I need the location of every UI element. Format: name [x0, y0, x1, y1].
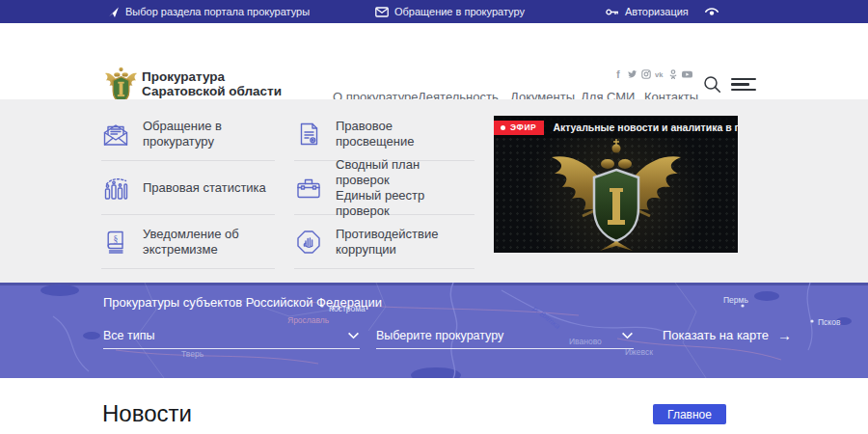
live-badge: ЭФИР	[494, 121, 544, 135]
appeal-link[interactable]: Обращение в прокуратуру	[375, 0, 525, 23]
menu-burger-icon[interactable]	[731, 78, 756, 93]
vk-icon[interactable]: vk	[655, 66, 665, 75]
quicklink-legal-education[interactable]: Правовое просвещение	[294, 107, 475, 161]
search-icon[interactable]	[703, 75, 721, 94]
map-city-label: Тверь	[181, 349, 204, 359]
quicklinks-section: Обращение в прокуратуру Правовая статист…	[0, 99, 868, 283]
live-stream-player[interactable]: ЭФИР Актуальные новости и аналитика в пр…	[494, 116, 738, 253]
quicklink-label: Правовая статистика	[143, 180, 266, 196]
svg-text:§: §	[114, 233, 119, 243]
site-title-line1: Прокуратура	[142, 69, 282, 84]
quicklink-legal-statistics[interactable]: Правовая статистика	[101, 161, 275, 215]
key-icon	[606, 6, 619, 18]
show-on-map-link[interactable]: Показать на карте →	[663, 327, 792, 343]
authorization-link[interactable]: Авторизация	[606, 0, 689, 23]
quicklink-label: Обращение в прокуратуру	[143, 119, 275, 149]
quicklinks-column-2: Правовое просвещение Сводный план провер…	[294, 107, 475, 269]
stop-hand-icon	[294, 228, 323, 257]
chevron-down-icon	[621, 332, 634, 339]
chevron-down-icon	[347, 332, 360, 339]
quicklink-label: Уведомление об экстремизме	[143, 227, 239, 258]
site-title: Прокуратура Саратовской области	[142, 69, 282, 98]
live-badge-label: ЭФИР	[510, 122, 536, 132]
instagram-icon[interactable]	[641, 66, 651, 75]
type-filter-select[interactable]: Все типы	[103, 325, 360, 349]
map-city-label: Псков	[818, 317, 841, 327]
envelope-icon	[375, 6, 389, 18]
quicklink-extremism-notice[interactable]: § Уведомление об экстремизме	[101, 215, 275, 269]
quicklink-anticorruption[interactable]: Противодействие коррупции	[294, 215, 475, 269]
twitter-icon[interactable]	[628, 66, 637, 75]
statistics-chart-icon	[101, 174, 130, 203]
live-dot-icon	[501, 125, 505, 130]
map-section-title: Прокуратуры субъектов Российской Федерац…	[103, 295, 382, 310]
quicklink-appeal[interactable]: Обращение в прокуратуру	[101, 107, 275, 161]
appeal-link-label: Обращение в прокуратуру	[394, 6, 525, 17]
facebook-icon[interactable]: f	[614, 66, 624, 75]
prosecutor-emblem-image	[525, 137, 708, 253]
arrow-right-icon: →	[777, 327, 792, 343]
map-city-label: Пермь	[723, 295, 748, 305]
region-prosecutors-section: Кострома Ярославль Тверь Иваново Пермь П…	[0, 283, 868, 378]
top-utility-bar: Выбор раздела портала прокуратуры Обраще…	[0, 0, 868, 23]
news-heading: Новости	[102, 400, 192, 427]
type-filter-value: Все типы	[103, 329, 154, 342]
news-filter-main-button[interactable]: Главное	[653, 404, 726, 424]
video-title-bar: ЭФИР Актуальные новости и аналитика в пр…	[494, 116, 738, 138]
quicklink-label: Сводный план проверок Единый реестр пров…	[336, 157, 475, 219]
odnoklassniki-icon[interactable]	[668, 66, 678, 75]
map-city-label: Ярославль	[287, 315, 330, 325]
site-title-line2: Саратовской области	[142, 84, 282, 98]
video-caption: Актуальные новости и аналитика в прямом …	[553, 122, 738, 133]
news-section: Новости Главное	[0, 378, 868, 434]
law-book-icon: §	[101, 228, 130, 257]
social-links: f vk	[614, 66, 692, 75]
portal-link-label: Выбор раздела портала прокуратуры	[125, 6, 310, 17]
svg-text:vk: vk	[655, 70, 664, 79]
authorization-link-label: Авторизация	[625, 6, 689, 17]
navigation-pointer-icon	[107, 6, 120, 18]
portal-section-link[interactable]: Выбор раздела портала прокуратуры	[107, 0, 310, 23]
show-on-map-label: Показать на карте	[663, 328, 769, 342]
accessibility-eye-icon[interactable]	[704, 4, 719, 19]
prosecutor-select-value: Выберите прокуратуру	[376, 329, 503, 342]
site-header: Прокуратура Саратовской области О прокур…	[0, 23, 868, 99]
prosecutor-select[interactable]: Выберите прокуратуру	[376, 325, 634, 349]
envelope-letter-icon	[101, 120, 130, 149]
briefcase-icon	[294, 174, 323, 203]
quicklink-inspection-plan[interactable]: Сводный план проверок Единый реестр пров…	[294, 161, 475, 215]
svg-text:f: f	[616, 69, 620, 79]
quicklinks-column-1: Обращение в прокуратуру Правовая статист…	[101, 107, 275, 269]
youtube-icon[interactable]	[682, 66, 692, 75]
legal-document-icon	[294, 120, 323, 149]
quicklink-label: Правовое просвещение	[336, 119, 475, 149]
prosecutor-emblem-logo[interactable]	[104, 66, 138, 104]
quicklink-label: Противодействие коррупции	[336, 227, 438, 258]
